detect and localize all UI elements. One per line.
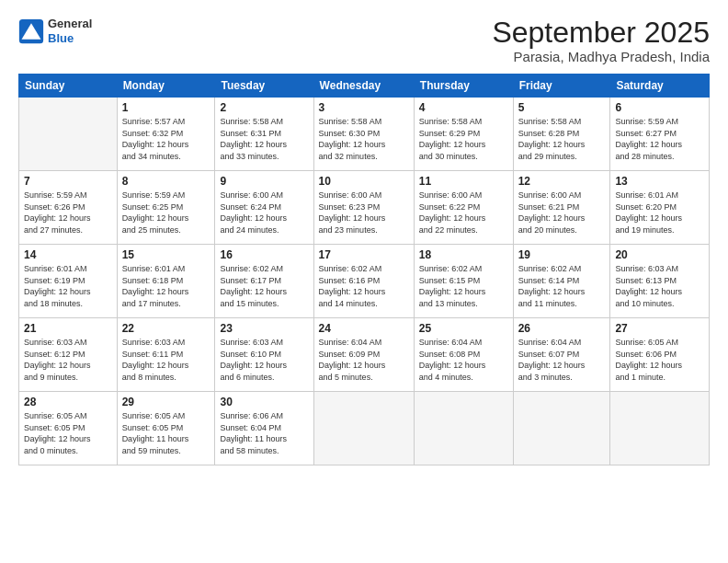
calendar-cell: 20Sunrise: 6:03 AM Sunset: 6:13 PM Dayli… xyxy=(610,245,710,318)
day-number: 3 xyxy=(319,101,409,114)
day-number: 19 xyxy=(518,248,606,261)
calendar-cell: 4Sunrise: 5:58 AM Sunset: 6:29 PM Daylig… xyxy=(414,98,513,171)
day-number: 24 xyxy=(319,322,409,335)
calendar-cell: 5Sunrise: 5:58 AM Sunset: 6:28 PM Daylig… xyxy=(513,98,610,171)
calendar-cell: 13Sunrise: 6:01 AM Sunset: 6:20 PM Dayli… xyxy=(610,171,710,245)
weekday-header-wednesday: Wednesday xyxy=(313,75,414,98)
day-number: 1 xyxy=(122,101,210,114)
day-info: Sunrise: 6:00 AM Sunset: 6:21 PM Dayligh… xyxy=(518,190,606,236)
calendar-cell: 27Sunrise: 6:05 AM Sunset: 6:06 PM Dayli… xyxy=(610,318,710,392)
calendar-cell xyxy=(313,392,414,465)
day-info: Sunrise: 5:59 AM Sunset: 6:27 PM Dayligh… xyxy=(615,116,704,162)
day-number: 10 xyxy=(319,175,409,188)
calendar-week-2: 14Sunrise: 6:01 AM Sunset: 6:19 PM Dayli… xyxy=(19,245,710,318)
calendar-cell: 16Sunrise: 6:02 AM Sunset: 6:17 PM Dayli… xyxy=(215,245,313,318)
calendar-week-0: 1Sunrise: 5:57 AM Sunset: 6:32 PM Daylig… xyxy=(19,98,710,171)
weekday-header-tuesday: Tuesday xyxy=(215,75,313,98)
calendar-cell: 1Sunrise: 5:57 AM Sunset: 6:32 PM Daylig… xyxy=(117,98,215,171)
day-info: Sunrise: 6:02 AM Sunset: 6:17 PM Dayligh… xyxy=(220,263,308,309)
logo-icon xyxy=(18,18,44,44)
day-info: Sunrise: 6:04 AM Sunset: 6:09 PM Dayligh… xyxy=(319,337,409,383)
day-info: Sunrise: 6:02 AM Sunset: 6:16 PM Dayligh… xyxy=(319,263,409,309)
day-info: Sunrise: 5:58 AM Sunset: 6:31 PM Dayligh… xyxy=(220,116,308,162)
calendar-cell: 15Sunrise: 6:01 AM Sunset: 6:18 PM Dayli… xyxy=(117,245,215,318)
day-info: Sunrise: 6:05 AM Sunset: 6:05 PM Dayligh… xyxy=(24,410,112,456)
day-number: 18 xyxy=(419,248,508,261)
day-number: 25 xyxy=(419,322,508,335)
calendar-cell: 7Sunrise: 5:59 AM Sunset: 6:26 PM Daylig… xyxy=(19,171,118,245)
day-info: Sunrise: 6:06 AM Sunset: 6:04 PM Dayligh… xyxy=(220,410,308,456)
day-info: Sunrise: 6:03 AM Sunset: 6:10 PM Dayligh… xyxy=(220,337,308,383)
weekday-header-row: SundayMondayTuesdayWednesdayThursdayFrid… xyxy=(19,75,710,98)
calendar-cell: 29Sunrise: 6:05 AM Sunset: 6:05 PM Dayli… xyxy=(117,392,215,465)
calendar-cell: 11Sunrise: 6:00 AM Sunset: 6:22 PM Dayli… xyxy=(414,171,513,245)
calendar-cell: 26Sunrise: 6:04 AM Sunset: 6:07 PM Dayli… xyxy=(513,318,610,392)
weekday-header-friday: Friday xyxy=(513,75,610,98)
day-info: Sunrise: 6:02 AM Sunset: 6:14 PM Dayligh… xyxy=(518,263,606,309)
day-number: 14 xyxy=(24,248,112,261)
calendar-cell: 18Sunrise: 6:02 AM Sunset: 6:15 PM Dayli… xyxy=(414,245,513,318)
calendar-cell: 30Sunrise: 6:06 AM Sunset: 6:04 PM Dayli… xyxy=(215,392,313,465)
day-number: 2 xyxy=(220,101,308,114)
day-info: Sunrise: 5:59 AM Sunset: 6:25 PM Dayligh… xyxy=(122,190,210,236)
day-info: Sunrise: 6:00 AM Sunset: 6:24 PM Dayligh… xyxy=(220,190,308,236)
calendar-week-1: 7Sunrise: 5:59 AM Sunset: 6:26 PM Daylig… xyxy=(19,171,710,245)
calendar-cell: 21Sunrise: 6:03 AM Sunset: 6:12 PM Dayli… xyxy=(19,318,118,392)
day-info: Sunrise: 6:00 AM Sunset: 6:22 PM Dayligh… xyxy=(419,190,508,236)
day-number: 8 xyxy=(122,175,210,188)
day-number: 26 xyxy=(518,322,606,335)
calendar-cell: 19Sunrise: 6:02 AM Sunset: 6:14 PM Dayli… xyxy=(513,245,610,318)
header: General Blue September 2025 Parasia, Mad… xyxy=(18,17,710,64)
logo-text: General Blue xyxy=(48,17,92,45)
calendar-cell: 2Sunrise: 5:58 AM Sunset: 6:31 PM Daylig… xyxy=(215,98,313,171)
day-number: 22 xyxy=(122,322,210,335)
day-info: Sunrise: 5:58 AM Sunset: 6:28 PM Dayligh… xyxy=(518,116,606,162)
day-number: 9 xyxy=(220,175,308,188)
day-info: Sunrise: 5:59 AM Sunset: 6:26 PM Dayligh… xyxy=(24,190,112,236)
day-info: Sunrise: 6:05 AM Sunset: 6:05 PM Dayligh… xyxy=(122,410,210,456)
calendar-cell xyxy=(610,392,710,465)
day-info: Sunrise: 6:03 AM Sunset: 6:13 PM Dayligh… xyxy=(615,263,704,309)
day-number: 21 xyxy=(24,322,112,335)
calendar-cell: 12Sunrise: 6:00 AM Sunset: 6:21 PM Dayli… xyxy=(513,171,610,245)
day-number: 7 xyxy=(24,175,112,188)
day-number: 20 xyxy=(615,248,704,261)
day-info: Sunrise: 6:05 AM Sunset: 6:06 PM Dayligh… xyxy=(615,337,704,383)
day-number: 23 xyxy=(220,322,308,335)
day-info: Sunrise: 6:01 AM Sunset: 6:18 PM Dayligh… xyxy=(122,263,210,309)
calendar-cell: 17Sunrise: 6:02 AM Sunset: 6:16 PM Dayli… xyxy=(313,245,414,318)
title-block: September 2025 Parasia, Madhya Pradesh, … xyxy=(492,17,710,64)
calendar-cell: 28Sunrise: 6:05 AM Sunset: 6:05 PM Dayli… xyxy=(19,392,118,465)
day-info: Sunrise: 6:01 AM Sunset: 6:20 PM Dayligh… xyxy=(615,190,704,236)
logo-blue-text: Blue xyxy=(48,31,74,45)
calendar-cell xyxy=(19,98,118,171)
logo-general-text: General xyxy=(48,17,92,30)
month-title: September 2025 xyxy=(492,17,710,49)
calendar-cell: 24Sunrise: 6:04 AM Sunset: 6:09 PM Dayli… xyxy=(313,318,414,392)
day-number: 17 xyxy=(319,248,409,261)
day-number: 29 xyxy=(122,396,210,408)
calendar-cell xyxy=(414,392,513,465)
day-number: 4 xyxy=(419,101,508,114)
day-number: 6 xyxy=(615,101,704,114)
calendar: SundayMondayTuesdayWednesdayThursdayFrid… xyxy=(18,74,710,465)
day-number: 13 xyxy=(615,175,704,188)
calendar-cell: 10Sunrise: 6:00 AM Sunset: 6:23 PM Dayli… xyxy=(313,171,414,245)
day-number: 28 xyxy=(24,396,112,408)
day-number: 5 xyxy=(518,101,606,114)
day-info: Sunrise: 5:58 AM Sunset: 6:29 PM Dayligh… xyxy=(419,116,508,162)
calendar-cell: 14Sunrise: 6:01 AM Sunset: 6:19 PM Dayli… xyxy=(19,245,118,318)
day-info: Sunrise: 6:00 AM Sunset: 6:23 PM Dayligh… xyxy=(319,190,409,236)
day-number: 15 xyxy=(122,248,210,261)
day-info: Sunrise: 6:02 AM Sunset: 6:15 PM Dayligh… xyxy=(419,263,508,309)
day-number: 16 xyxy=(220,248,308,261)
day-info: Sunrise: 6:04 AM Sunset: 6:07 PM Dayligh… xyxy=(518,337,606,383)
calendar-cell xyxy=(513,392,610,465)
weekday-header-thursday: Thursday xyxy=(414,75,513,98)
subtitle: Parasia, Madhya Pradesh, India xyxy=(492,49,710,64)
weekday-header-monday: Monday xyxy=(117,75,215,98)
day-info: Sunrise: 5:58 AM Sunset: 6:30 PM Dayligh… xyxy=(319,116,409,162)
page: General Blue September 2025 Parasia, Mad… xyxy=(0,0,728,563)
weekday-header-sunday: Sunday xyxy=(19,75,118,98)
calendar-cell: 6Sunrise: 5:59 AM Sunset: 6:27 PM Daylig… xyxy=(610,98,710,171)
